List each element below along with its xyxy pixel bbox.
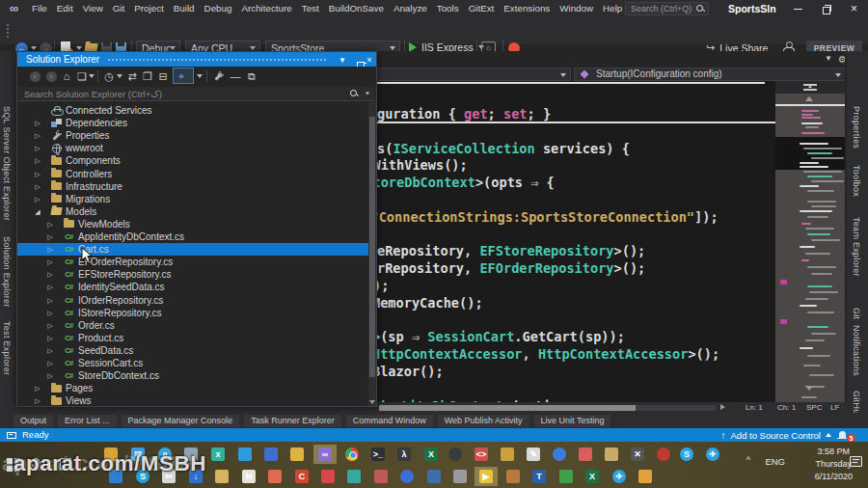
chevron-down-icon[interactable] [89,74,95,78]
tree-item-views[interactable]: ▷Views [17,394,370,406]
taskbar-icon-paint[interactable] [579,447,592,461]
minimize-button[interactable] [784,0,812,17]
taskbar-icon-grid-orange[interactable] [506,470,520,483]
tree-item-controllers[interactable]: ▷Controllers [17,168,370,180]
side-tab-sql-server-object-explorer[interactable]: SQL Server Object Explorer [2,106,12,221]
editor-splitter[interactable] [775,81,845,94]
quick-search-box[interactable]: Search (Ctrl+Q) [625,2,709,15]
taskbar-icon-red-dot[interactable] [657,447,670,461]
side-tab-toolbox[interactable]: Toolbox [852,165,861,197]
collapsed-arrow-icon[interactable]: ▷ [46,332,54,344]
collapsed-arrow-icon[interactable]: ▷ [46,369,54,382]
clock[interactable]: 3:58 PM Thursday 6/11/2020 [815,446,853,483]
taskbar-icon-camera[interactable] [453,470,467,483]
taskbar-icon-calculator[interactable] [427,470,441,483]
members-dropdown[interactable]: Startup(IConfiguration config) [574,68,846,81]
collapsed-arrow-icon[interactable]: ▷ [34,180,41,193]
menu-help[interactable]: Help [598,0,627,17]
menu-architecture[interactable]: Architecture [236,0,296,17]
taskbar-icon-circle-dark[interactable] [448,447,462,461]
taskbar-icon-terminal[interactable]: >_ [371,447,385,461]
taskbar-icon-vs-code[interactable] [238,447,252,461]
minimap-scrollbar[interactable] [775,81,845,402]
panel-tab-output[interactable]: Output [14,415,53,427]
tree-scrollbar[interactable] [368,102,376,406]
taskbar-icon-gold-badge[interactable] [501,447,514,461]
side-tab-team-explorer[interactable]: Team Explorer [852,217,861,277]
expanded-arrow-icon[interactable]: ◢ [34,205,41,218]
taskbar-icon-excel-2[interactable]: X [585,470,599,483]
side-tab-notifications[interactable]: Notifications [852,325,861,376]
side-tab-properties[interactable]: Properties [852,106,861,149]
tree-item-properties[interactable]: ▷Properties [17,129,370,142]
se-sync-icon[interactable]: ⇄ [125,69,139,83]
side-tab-test-explorer[interactable]: Test Explorer [2,321,12,375]
se-home-icon[interactable]: ⌂ [60,69,73,83]
tree-item-seeddata-cs[interactable]: ▷C#SeedData.cs [17,344,370,357]
panel-tab-package-manager-console[interactable]: Package Manager Console [122,415,240,427]
taskbar-icon-visual-studio[interactable]: ∞ [318,447,332,461]
taskbar-icon-rocket[interactable] [268,470,282,483]
taskbar-icon-c-red[interactable]: C [295,470,309,483]
taskbar-icon-note-red[interactable] [321,470,335,483]
taskbar-icon-telegram-2[interactable]: ✈ [612,470,626,483]
tree-item-sessioncart-cs[interactable]: ▷C#SessionCart.cs [17,357,370,369]
taskbar-icon-pen[interactable]: ✎ [527,447,540,461]
tree-item-models[interactable]: ◢Models [17,205,370,218]
se-show-all-files-icon[interactable]: ⧉ [245,69,258,83]
taskbar-icon-package[interactable] [290,447,304,461]
tree-item-storedbcontext-cs[interactable]: ▷C#StoreDbContext.cs [17,369,370,382]
collapsed-arrow-icon[interactable]: ▷ [46,243,54,256]
se-refresh-icon[interactable]: ❐ [141,69,154,83]
solution-explorer-search[interactable]: Search Solution Explorer (Ctrl+ک) [17,86,376,102]
horizontal-scrollbar[interactable] [379,405,716,412]
panel-tab-web-publish-activity[interactable]: Web Publish Activity [438,415,529,427]
horizontal-scrollbar-thumb[interactable] [379,405,636,412]
collapsed-arrow-icon[interactable]: ▷ [46,294,54,307]
tree-item-appidentitydbcontext-cs[interactable]: ▷C#AppIdentityDbContext.cs [17,230,370,243]
panel-tab-live-unit-testing[interactable]: Live Unit Testing [534,415,611,427]
panel-tab-error-list-[interactable]: Error List ... [58,415,117,427]
taskbar-icon-lambda[interactable]: λ [397,447,411,461]
collapsed-arrow-icon[interactable]: ▷ [46,307,54,319]
menu-gitext[interactable]: GitExt [464,0,500,17]
collapsed-arrow-icon[interactable]: ▷ [46,319,54,332]
menu-test[interactable]: Test [297,0,324,17]
tree-item-infrastructure[interactable]: ▷Infrastructure [17,180,370,193]
active-files-dropdown-icon[interactable]: ▼ [825,54,832,65]
collapsed-arrow-icon[interactable]: ▷ [34,394,41,406]
tree-item-migrations[interactable]: ▷Migrations [17,193,370,205]
collapsed-arrow-icon[interactable]: ▷ [46,230,54,243]
tree-item-eforderrepository-cs[interactable]: ▷C#EFOrderRepository.cs [17,256,370,268]
tree-item-viewmodels[interactable]: ▷ViewModels [17,218,370,230]
taskbar-icon-folder-orange[interactable] [638,470,652,483]
menu-view[interactable]: View [78,0,108,17]
tray-chevron-icon[interactable]: ^ [746,455,750,465]
collapsed-arrow-icon[interactable]: ▷ [34,154,41,167]
menu-window[interactable]: Window [555,0,598,17]
collapsed-arrow-icon[interactable]: ▷ [46,357,54,369]
collapsed-arrow-icon[interactable]: ▷ [34,117,41,129]
panel-tab-task-runner-explorer[interactable]: Task Runner Explorer [244,415,341,427]
se-properties-wrench-icon[interactable] [211,69,225,83]
menu-buildonsave[interactable]: BuildOnSave [324,0,389,17]
minimap-viewport[interactable] [775,137,845,170]
se-back-icon[interactable]: ‹ [28,69,41,83]
taskbar-icon-telegram[interactable]: ✈ [706,447,719,461]
taskbar-icon-chrome[interactable] [345,447,359,461]
menu-project[interactable]: Project [129,0,169,17]
tree-item-pages[interactable]: ▷Pages [17,382,370,394]
taskbar-icon-folder-yellow[interactable] [215,470,229,483]
add-to-source-control[interactable]: ↑ Add to Source Control [721,428,831,442]
tree-item-efstorerepository-cs[interactable]: ▷C#EFStoreRepository.cs [17,268,370,281]
menu-git[interactable]: Git [108,0,130,17]
collapsed-arrow-icon[interactable]: ▷ [46,344,54,357]
taskbar-icon-wallet[interactable] [264,447,278,461]
menu-file[interactable]: File [27,0,52,17]
taskbar-icon-sharp-green[interactable] [559,470,573,483]
collapsed-arrow-icon[interactable]: ▷ [34,382,41,394]
collapsed-arrow-icon[interactable]: ▷ [46,256,54,268]
se-forward-icon[interactable]: › [44,69,58,83]
chevron-down-icon[interactable] [117,74,122,78]
se-pending-changes-filter-icon[interactable]: ◷ [102,69,116,83]
